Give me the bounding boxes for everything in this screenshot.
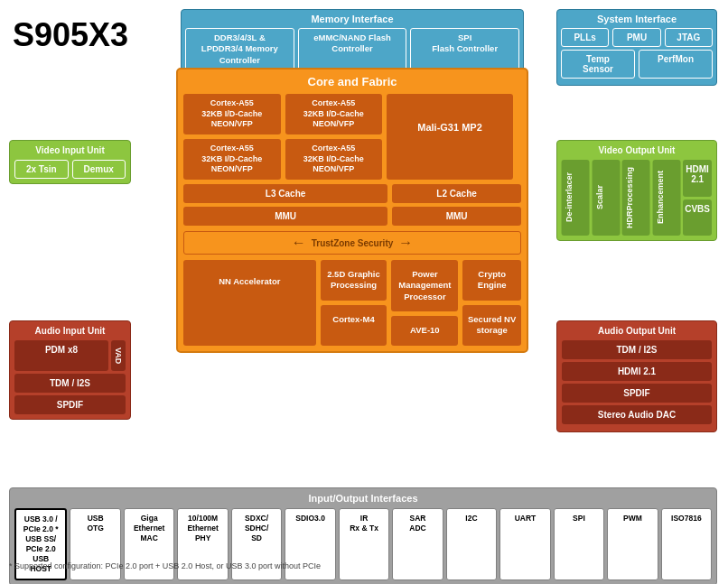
vad-cell: VAD bbox=[111, 340, 126, 371]
system-interface-title: System Interface bbox=[561, 14, 713, 24]
demux-cell: Demux bbox=[72, 160, 126, 179]
secured-nv: Secured NV storage bbox=[462, 305, 521, 346]
cpu-left: Cortex-A55 32KB I/D-Cache NEON/VFP Corte… bbox=[183, 94, 382, 180]
audio-input-row1: PDM x8 VAD bbox=[14, 340, 126, 371]
video-input-title: Video Input Unit bbox=[14, 145, 126, 155]
hdmi21-video-cell: HDMI 2.1 bbox=[683, 160, 712, 197]
core-fabric: Core and Fabric Cortex-A55 32KB I/D-Cach… bbox=[176, 68, 528, 353]
mali-cell: Mali-G31 MP2 bbox=[387, 94, 513, 180]
hdmi21-audio-cell: HDMI 2.1 bbox=[562, 362, 712, 381]
spdif-output-cell: SPDIF bbox=[562, 384, 712, 403]
memory-interface-cells: DDR3/4/3L & LPDDR3/4 Memory Controller e… bbox=[185, 28, 519, 70]
graphic-processing: 2.5D Graphic Processing bbox=[321, 260, 387, 301]
crypto-engine: Crypto Engine bbox=[462, 260, 521, 301]
mmu-row: MMU MMU bbox=[183, 207, 521, 226]
memory-cell-1: eMMC/NAND Flash Controller bbox=[298, 28, 407, 70]
video-output-right: HDMI 2.1 CVBS bbox=[683, 160, 712, 236]
video-output-unit: Video Output Unit De-interlacer Scalar H… bbox=[556, 140, 717, 241]
io-cell-8: I2C bbox=[446, 508, 497, 580]
io-cell-10: SPI bbox=[554, 508, 604, 580]
trustzone-arrow-left: ← bbox=[292, 235, 306, 251]
scalar-cell: Scalar bbox=[593, 160, 621, 236]
hdr-processing-cell: HDRProcessing bbox=[622, 160, 650, 236]
audio-input-unit: Audio Input Unit PDM x8 VAD TDM / I2S SP… bbox=[9, 320, 131, 420]
io-title: Input/Output Interfaces bbox=[14, 493, 712, 504]
audio-output-title: Audio Output Unit bbox=[562, 326, 712, 336]
io-cell-12: ISO7816 bbox=[661, 508, 712, 580]
video-input-cells: 2x Tsin Demux bbox=[14, 160, 126, 179]
io-cell-6: IR Rx & Tx bbox=[339, 508, 389, 580]
io-cell-7: SAR ADC bbox=[392, 508, 443, 580]
memory-cell-2: SPI Flash Controller bbox=[410, 28, 519, 70]
core-fabric-title: Core and Fabric bbox=[183, 75, 521, 88]
system-interface-row1: PLLs PMU JTAG bbox=[561, 28, 713, 47]
memory-cell-0: DDR3/4/3L & LPDDR3/4 Memory Controller bbox=[185, 28, 294, 70]
cpu-a55-3: Cortex-A55 32KB I/D-Cache NEON/VFP bbox=[285, 139, 383, 180]
chip-title: S905X3 bbox=[13, 16, 128, 54]
de-interlacer-cell: De-interlacer bbox=[562, 160, 590, 236]
memory-interface: Memory Interface DDR3/4/3L & LPDDR3/4 Me… bbox=[181, 9, 524, 75]
audio-input-title: Audio Input Unit bbox=[14, 326, 126, 336]
trustzone-arrow-right: → bbox=[398, 235, 413, 251]
video-input-unit: Video Input Unit 2x Tsin Demux bbox=[9, 140, 131, 184]
mmu-1: MMU bbox=[183, 207, 387, 226]
cpu-a55-1: Cortex-A55 32KB I/D-Cache NEON/VFP bbox=[285, 94, 383, 134]
main-container: S905X3 Memory Interface DDR3/4/3L & LPDD… bbox=[0, 0, 728, 18]
cpu-grid: Cortex-A55 32KB I/D-Cache NEON/VFP Corte… bbox=[183, 94, 521, 180]
footnote: * Supported configuration: PCIe 2.0 port… bbox=[9, 561, 321, 570]
tdm-output-cell: TDM / I2S bbox=[562, 340, 712, 359]
system-interface: System Interface PLLs PMU JTAG Temp Sens… bbox=[556, 9, 717, 86]
video-output-title: Video Output Unit bbox=[562, 145, 712, 155]
io-cell-9: UART bbox=[499, 508, 550, 580]
power-management: Power Management Processor bbox=[391, 260, 458, 311]
audio-input-row2: TDM / I2S bbox=[14, 374, 126, 393]
temp-sensor-cell: Temp Sensor bbox=[561, 50, 635, 79]
cpu-a55-0: Cortex-A55 32KB I/D-Cache NEON/VFP bbox=[183, 94, 281, 134]
io-cell-11: PWM bbox=[607, 508, 658, 580]
ave-10: AVE-10 bbox=[391, 316, 458, 345]
pll-cell: PLLs bbox=[561, 28, 609, 47]
cache-row: L3 Cache L2 Cache bbox=[183, 184, 521, 203]
pdm-cell: PDM x8 bbox=[14, 340, 108, 371]
trustzone: ← TrustZone Security → bbox=[183, 231, 521, 255]
jtag-cell: JTAG bbox=[665, 28, 713, 47]
bottom-grid: NN Accelerator 2.5D Graphic Processing C… bbox=[183, 260, 521, 345]
enhancement-cell: Enhancement bbox=[653, 160, 681, 236]
mmu-2: MMU bbox=[392, 207, 521, 226]
system-interface-row2: Temp Sensor PerfMon bbox=[561, 50, 713, 79]
cpu-row-top: Cortex-A55 32KB I/D-Cache NEON/VFP Corte… bbox=[183, 94, 382, 134]
stereo-dac-cell: Stereo Audio DAC bbox=[562, 405, 712, 424]
cpu-row-bottom: Cortex-A55 32KB I/D-Cache NEON/VFP Corte… bbox=[183, 139, 382, 180]
tsin-cell: 2x Tsin bbox=[14, 160, 69, 179]
l2-cache: L2 Cache bbox=[392, 184, 521, 203]
l3-cache: L3 Cache bbox=[183, 184, 387, 203]
perfmon-cell: PerfMon bbox=[639, 50, 713, 79]
trustzone-label: TrustZone Security bbox=[312, 238, 394, 248]
pmu-cell: PMU bbox=[612, 28, 660, 47]
audio-output-unit: Audio Output Unit TDM / I2S HDMI 2.1 SPD… bbox=[556, 320, 717, 432]
cvbs-cell: CVBS bbox=[683, 199, 712, 236]
video-output-content: De-interlacer Scalar HDRProcessing Enhan… bbox=[562, 160, 712, 236]
cpu-a55-2: Cortex-A55 32KB I/D-Cache NEON/VFP bbox=[183, 139, 281, 180]
memory-interface-title: Memory Interface bbox=[185, 14, 519, 24]
nn-accelerator: NN Accelerator bbox=[183, 260, 316, 345]
tdm-input-cell: TDM / I2S bbox=[14, 374, 126, 393]
cortex-m4: Cortex-M4 bbox=[321, 305, 387, 346]
spdif-input-cell: SPDIF bbox=[14, 395, 126, 414]
